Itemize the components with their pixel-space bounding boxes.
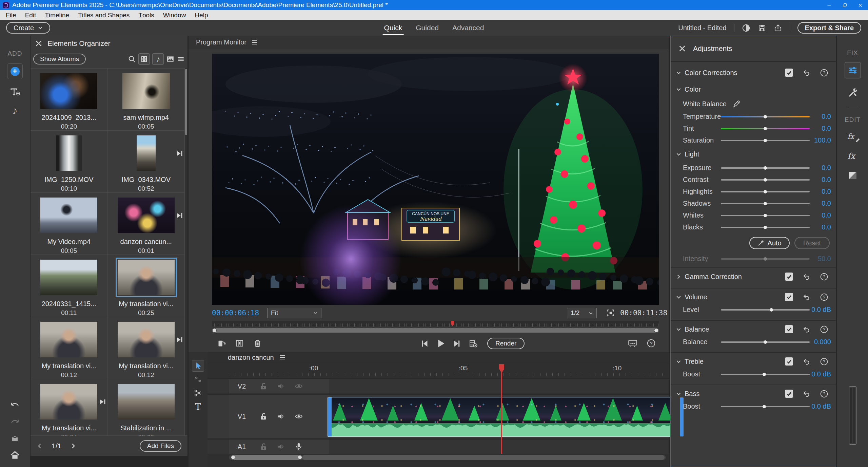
timeline-ruler[interactable]: :00:05:10 [229, 363, 666, 376]
current-timecode[interactable]: 00:00:06:18 [212, 309, 259, 317]
monitor-zoom-scrollbar[interactable] [212, 328, 659, 333]
adjust-button[interactable] [845, 62, 861, 78]
audio-filter-button[interactable]: ♪ [152, 53, 164, 65]
search-icon[interactable] [128, 55, 136, 63]
slider-track[interactable] [721, 116, 810, 117]
slider-handle[interactable] [763, 405, 766, 408]
zoom-handle-left[interactable] [212, 328, 217, 333]
help-icon[interactable]: ? [820, 69, 828, 77]
subsection-light[interactable]: Light [671, 146, 836, 162]
undo-icon[interactable] [10, 402, 20, 410]
create-button[interactable]: Create [6, 22, 50, 34]
slider-track[interactable] [721, 227, 810, 228]
checkbox-checked[interactable] [785, 390, 793, 398]
media-item[interactable]: My translation vi...00:12 [108, 317, 185, 379]
menu-edit[interactable]: Edit [21, 10, 41, 20]
menu-file[interactable]: File [1, 10, 21, 20]
sequence-icon[interactable] [235, 339, 244, 348]
media-item[interactable]: sam wlmp.mp400:05 [108, 69, 185, 131]
tab-quick[interactable]: Quick [384, 20, 402, 36]
section-balance[interactable]: Balance? [671, 320, 836, 338]
slider-handle[interactable] [764, 127, 767, 130]
next-page-icon[interactable] [70, 443, 76, 449]
slider-track[interactable] [721, 341, 810, 343]
organizer-scrollbar[interactable] [185, 68, 188, 435]
redo-icon[interactable] [10, 419, 20, 427]
media-item[interactable]: IMG_1250.MOV00:10 [31, 131, 108, 193]
slider-track[interactable] [721, 128, 810, 129]
mic-icon[interactable] [295, 443, 303, 451]
media-item[interactable]: My translation vi...00:12 [31, 317, 108, 379]
section-bass[interactable]: Bass? [671, 385, 836, 402]
speaker-icon[interactable] [277, 412, 285, 421]
slider-handle[interactable] [763, 373, 766, 376]
slider-track[interactable] [721, 140, 810, 141]
text-tool[interactable]: T [192, 401, 204, 412]
menu-titles-and-shapes[interactable]: Titles and Shapes [74, 10, 134, 20]
checkbox-checked[interactable] [785, 293, 793, 301]
video-filter-button[interactable] [138, 53, 150, 65]
speaker-icon[interactable] [277, 382, 285, 390]
image-filter-icon[interactable] [166, 55, 174, 63]
zoom-handle-left[interactable] [231, 455, 235, 460]
section-volume[interactable]: Volume? [671, 288, 836, 305]
slider-track[interactable] [721, 406, 810, 407]
chevron-right-icon[interactable] [676, 274, 681, 279]
export-share-button[interactable]: Export & Share [797, 22, 861, 34]
media-item[interactable]: My translation vi...00:25 [108, 255, 185, 317]
timeline-playhead[interactable] [501, 364, 502, 454]
timeline-clip[interactable] [328, 397, 684, 437]
menu-help[interactable]: Help [190, 10, 212, 20]
reset-button[interactable]: Reset [794, 237, 830, 249]
home-icon[interactable] [10, 451, 20, 460]
media-item[interactable]: Stabilization in ...00:25 [108, 379, 185, 435]
help-icon[interactable]: ? [820, 273, 828, 281]
section-gamma-correction[interactable]: Gamma Correction? [671, 267, 836, 285]
slider-track[interactable] [721, 191, 810, 192]
media-item[interactable]: My Video.mp400:05 [31, 193, 108, 255]
timeline-scrollbar[interactable] [229, 455, 666, 460]
help-icon[interactable]: ? [820, 325, 828, 334]
slider-track[interactable] [721, 203, 810, 204]
checkbox-checked[interactable] [785, 357, 793, 366]
reset-section-icon[interactable] [802, 390, 811, 398]
trash-icon[interactable] [253, 339, 262, 348]
dual-monitor-icon[interactable] [628, 339, 638, 348]
media-item[interactable]: IMG_0343.MOV00:52 [108, 131, 185, 193]
render-button[interactable]: Render [487, 338, 525, 349]
video-preview[interactable]: CANCÚN NOS UNE Navidad [212, 54, 659, 305]
zoom-level-select[interactable]: Fit [267, 308, 321, 318]
help-icon[interactable]: ? [647, 339, 656, 348]
next-frame-icon[interactable] [453, 339, 462, 348]
add-text-icon[interactable] [10, 87, 20, 97]
close-icon[interactable] [35, 40, 42, 47]
save-icon[interactable] [758, 24, 766, 32]
fullscreen-icon[interactable] [607, 309, 615, 317]
add-media-button[interactable]: + [7, 63, 23, 79]
auto-button[interactable]: Auto [749, 237, 790, 249]
tab-guided[interactable]: Guided [416, 20, 439, 36]
clip-trim-handle-right[interactable] [680, 397, 684, 436]
prev-page-icon[interactable] [37, 443, 43, 449]
add-audio-icon[interactable]: ♪ [13, 105, 18, 116]
slider-handle[interactable] [764, 190, 767, 193]
chevron-down-icon[interactable] [676, 359, 681, 364]
share-icon[interactable] [774, 24, 782, 32]
reset-section-icon[interactable] [802, 69, 811, 77]
speaker-icon[interactable] [277, 443, 285, 451]
play-icon[interactable] [436, 338, 446, 349]
chevron-down-icon[interactable] [676, 391, 681, 396]
lock-icon[interactable] [259, 443, 268, 451]
new-item-icon[interactable] [217, 339, 226, 348]
tab-advanced[interactable]: Advanced [452, 20, 484, 36]
clip-trim-handle-left[interactable] [328, 397, 332, 436]
add-files-button[interactable]: Add Files [140, 440, 181, 452]
lock-icon[interactable] [259, 412, 268, 421]
close-icon[interactable] [852, 0, 868, 10]
checkbox-checked[interactable] [785, 273, 793, 281]
previous-frame-icon[interactable] [420, 339, 429, 348]
slider-handle[interactable] [764, 257, 767, 261]
menu-timeline[interactable]: Timeline [40, 10, 74, 20]
contrast-toggle-icon[interactable] [742, 24, 750, 32]
menu-window[interactable]: Window [159, 10, 191, 20]
